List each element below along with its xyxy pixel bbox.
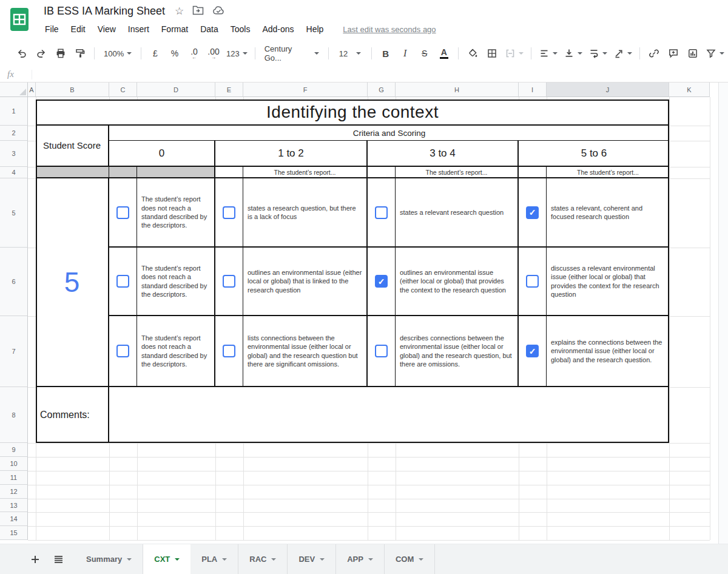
select-all-corner[interactable]	[0, 83, 28, 97]
add-sheet-button[interactable]	[27, 551, 44, 568]
insert-chart-button[interactable]	[684, 45, 701, 62]
comments-label-cell[interactable]: Comments:	[36, 387, 109, 443]
undo-button[interactable]	[13, 45, 30, 62]
menu-insert[interactable]: Insert	[122, 23, 155, 35]
column-header-f[interactable]: F	[243, 83, 368, 97]
last-edit-link[interactable]: Last edit was seconds ago	[343, 25, 436, 34]
paint-format-button[interactable]	[72, 45, 89, 62]
row-header-6[interactable]: 6	[0, 248, 28, 316]
insert-comment-button[interactable]	[665, 45, 682, 62]
print-button[interactable]	[52, 45, 69, 62]
italic-button[interactable]: I	[397, 45, 414, 62]
row-header-4[interactable]: 4	[0, 167, 28, 178]
row-header-7[interactable]: 7	[0, 316, 28, 387]
row-header-11[interactable]: 11	[0, 471, 28, 485]
row-header-2[interactable]: 2	[0, 126, 28, 141]
column-header-c[interactable]: C	[109, 83, 137, 97]
checkbox-cell[interactable]	[215, 316, 243, 387]
row-header-3[interactable]: 3	[0, 141, 28, 167]
text-wrap-button[interactable]	[587, 45, 609, 62]
checkbox[interactable]	[116, 275, 129, 288]
document-title[interactable]: IB ESS IA Marking Sheet	[44, 5, 165, 18]
row-header-9[interactable]: 9	[0, 443, 28, 457]
fill-color-button[interactable]	[464, 45, 481, 62]
empty-cell[interactable]	[519, 167, 547, 178]
column-header-j-selected[interactable]: J	[547, 83, 669, 97]
band-1to2-header-cell[interactable]: 1 to 2	[215, 141, 368, 167]
empty-cell[interactable]	[368, 167, 396, 178]
menu-help[interactable]: Help	[300, 23, 330, 35]
column-header-a[interactable]: A	[28, 83, 36, 97]
checkbox-cell[interactable]	[109, 248, 137, 316]
checkbox-cell[interactable]	[109, 316, 137, 387]
row-header-13[interactable]: 13	[0, 499, 28, 512]
column-header-e[interactable]: E	[215, 83, 243, 97]
checkbox[interactable]	[116, 345, 129, 357]
column-header-g[interactable]: G	[368, 83, 396, 97]
strikethrough-button[interactable]: S	[416, 45, 433, 62]
checkbox[interactable]: ✓	[526, 345, 539, 357]
checkbox[interactable]	[223, 345, 235, 357]
checkbox-cell[interactable]	[215, 248, 243, 316]
vertical-align-button[interactable]	[562, 45, 584, 62]
borders-button[interactable]	[484, 45, 500, 62]
text-color-button[interactable]: A	[436, 45, 453, 62]
column-header-d[interactable]: D	[137, 83, 215, 97]
checkbox-cell[interactable]	[519, 248, 547, 316]
band-5to6-header-cell[interactable]: 5 to 6	[519, 141, 669, 167]
row-header-8[interactable]: 8	[0, 387, 28, 443]
checkbox-cell[interactable]	[215, 178, 243, 248]
row-header-15[interactable]: 15	[0, 526, 28, 540]
criterion-text-cell[interactable]: describes connections between the enviro…	[396, 316, 519, 387]
increase-decimal-button[interactable]: .00→	[205, 45, 222, 62]
checkbox[interactable]	[116, 206, 129, 219]
filter-button[interactable]	[704, 45, 726, 62]
tab-com[interactable]: COM	[385, 544, 435, 574]
report-intro-cell[interactable]: The student’s report...	[243, 167, 368, 178]
criterion-text-cell[interactable]: lists connections between the environmen…	[243, 316, 368, 387]
report-intro-cell[interactable]: The student’s report...	[547, 167, 669, 178]
tab-rac[interactable]: RAC	[238, 544, 288, 574]
criterion-text-cell[interactable]: The student’s report does not reach a st…	[137, 248, 215, 316]
move-to-folder-icon[interactable]	[192, 5, 204, 18]
column-header-k[interactable]: K	[669, 83, 710, 97]
checkbox-cell[interactable]: ✓	[519, 316, 547, 387]
format-currency-button[interactable]: £	[147, 45, 164, 62]
gray-cell[interactable]	[36, 167, 109, 178]
redo-button[interactable]	[33, 45, 50, 62]
menu-view[interactable]: View	[92, 23, 122, 35]
tab-cxt-active[interactable]: CXT	[143, 544, 190, 574]
student-score-header-cell[interactable]: Student Score	[36, 126, 109, 167]
student-score-value-cell[interactable]: 5	[36, 178, 109, 387]
checkbox[interactable]	[223, 206, 235, 219]
spreadsheet-canvas[interactable]: Identifying the context Student Score Cr…	[28, 97, 718, 544]
row-header-1[interactable]: 1	[0, 97, 28, 126]
checkbox[interactable]	[223, 275, 235, 288]
checkbox[interactable]: ✓	[526, 206, 539, 219]
merge-cells-button[interactable]	[503, 45, 525, 62]
all-sheets-button[interactable]	[50, 551, 67, 568]
criterion-text-cell[interactable]: explains the connections between the env…	[547, 316, 669, 387]
horizontal-align-button[interactable]	[537, 45, 559, 62]
checkbox-cell[interactable]: ✓	[368, 248, 396, 316]
criterion-text-cell[interactable]: states a research question, but there is…	[243, 178, 368, 248]
menu-tools[interactable]: Tools	[224, 23, 257, 35]
saved-to-drive-cloud-icon[interactable]	[212, 5, 225, 18]
gray-cell[interactable]	[137, 167, 215, 178]
criteria-scoring-header-cell[interactable]: Criteria and Scoring	[109, 126, 669, 141]
row-header-14[interactable]: 14	[0, 512, 28, 526]
checkbox-cell[interactable]	[109, 178, 137, 248]
column-header-i[interactable]: I	[519, 83, 547, 97]
menu-data[interactable]: Data	[194, 23, 224, 35]
font-size-select[interactable]: 12	[334, 45, 366, 62]
star-icon[interactable]: ☆	[175, 5, 184, 18]
tab-app[interactable]: APP	[336, 544, 385, 574]
band-3to4-header-cell[interactable]: 3 to 4	[368, 141, 519, 167]
criterion-text-cell[interactable]: outlines an environmental issue (either …	[243, 248, 368, 316]
row-header-12[interactable]: 12	[0, 485, 28, 499]
checkbox-cell[interactable]	[368, 178, 396, 248]
menu-edit[interactable]: Edit	[65, 23, 92, 35]
tab-pla[interactable]: PLA	[190, 544, 238, 574]
column-header-b[interactable]: B	[36, 83, 109, 97]
tab-summary[interactable]: Summary	[75, 544, 143, 574]
